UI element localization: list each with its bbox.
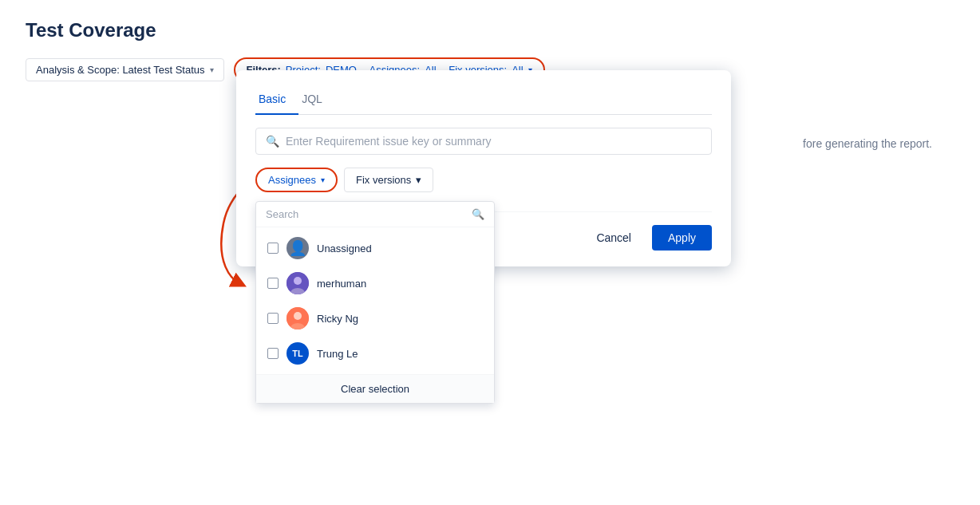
analysis-scope-label: Analysis & Scope: Latest Test Status [36,64,205,76]
filter-tabs: Basic JQL [255,86,712,115]
assignees-chevron-icon: ▾ [321,176,325,184]
assignees-search-input[interactable] [266,208,465,220]
clear-selection-button[interactable]: Clear selection [256,374,494,403]
analysis-scope-chevron: ▾ [210,65,214,74]
assignee-avatar-merhuman [286,272,309,294]
svg-point-1 [294,277,302,285]
assignee-avatar-trung: TL [286,342,309,365]
assignee-name-unassigned: Unassigned [317,243,372,254]
assignee-name-trung: Trung Le [317,348,358,360]
assignee-checkbox-trung[interactable] [267,348,279,359]
unassigned-person-icon: 👤 [289,241,306,255]
page-title: Test Coverage [26,19,954,41]
assignee-checkbox-unassigned[interactable] [267,243,279,254]
assignees-btn-label: Assignees [268,174,316,186]
assignee-item-ricky[interactable]: Ricky Ng [256,301,494,336]
cancel-button[interactable]: Cancel [583,225,644,251]
requirement-search-box: 🔍 [255,128,712,155]
search-icon: 🔍 [266,135,279,148]
tab-jql[interactable]: JQL [298,86,335,115]
assignee-item-trung[interactable]: TL Trung Le [256,336,494,371]
assignee-name-ricky: Ricky Ng [317,313,358,325]
assignee-item-unassigned[interactable]: 👤 Unassigned [256,231,494,266]
assignees-search-icon: 🔍 [472,208,484,220]
assignee-avatar-unassigned: 👤 [286,237,309,259]
assignees-search-row: 🔍 [256,202,494,227]
analysis-scope-dropdown[interactable]: Analysis & Scope: Latest Test Status ▾ [26,58,224,81]
apply-button[interactable]: Apply [652,225,712,251]
filter-buttons-row: Assignees ▾ Fix versions ▾ 🔍 [255,168,712,192]
fix-versions-btn-label: Fix versions [356,174,411,186]
requirement-search-input[interactable] [286,135,701,148]
assignees-filter-button[interactable]: Assignees ▾ [255,168,338,192]
assignees-dropdown: 🔍 👤 Unassigned [255,201,495,404]
fix-versions-filter-button[interactable]: Fix versions ▾ [344,168,433,192]
tab-basic[interactable]: Basic [255,86,298,115]
filter-panel: Basic JQL 🔍 Assignees ▾ Fix versions ▾ [236,70,731,266]
fix-versions-chevron-icon: ▾ [416,174,421,186]
svg-point-4 [294,312,302,320]
helper-text: fore generating the report. [803,137,932,150]
assignee-checkbox-merhuman[interactable] [267,278,279,289]
assignee-checkbox-ricky[interactable] [267,313,279,324]
assignee-item-merhuman[interactable]: merhuman [256,266,494,301]
assignee-list: 👤 Unassigned [256,227,494,374]
assignee-name-merhuman: merhuman [317,278,366,290]
assignee-avatar-ricky [286,307,309,329]
